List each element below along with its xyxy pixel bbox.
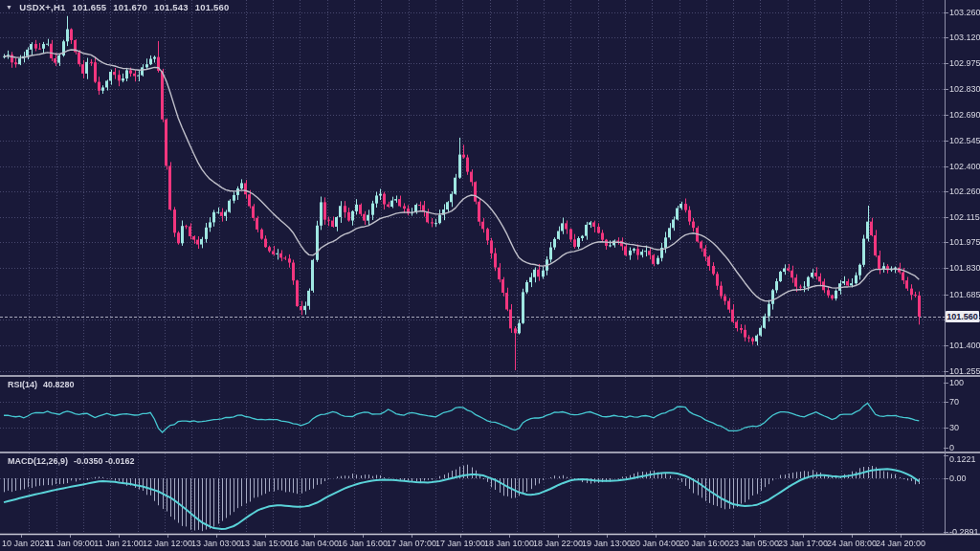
time-axis-label: 11 Jan 09:00 xyxy=(45,539,94,548)
quote-open: 101.655 xyxy=(72,2,106,12)
time-axis-label: 17 Jan 19:00 xyxy=(435,539,485,548)
trading-chart-window: { "header": { "symbol_period": "USDX+,H1… xyxy=(0,0,980,551)
macd-name: MACD(12,26,9) xyxy=(8,456,68,466)
price-axis-label: 102.115 xyxy=(949,212,980,222)
quote-low: 101.543 xyxy=(154,2,189,12)
macd-axis-label: -0.2891 xyxy=(949,527,979,537)
symbol-quote-bar: ▼ USDX+,H1 101.655 101.670 101.543 101.5… xyxy=(6,2,229,12)
rsi-indicator-label: RSI(14) 40.8280 xyxy=(8,380,75,389)
rsi-axis-label: 100 xyxy=(949,378,964,387)
time-axis-label: 19 Jan 13:00 xyxy=(582,539,632,548)
time-axis-label: 10 Jan 2023 xyxy=(2,539,50,548)
time-axis-label: 11 Jan 21:00 xyxy=(94,539,143,548)
time-axis-label: 18 Jan 10:00 xyxy=(484,539,534,548)
time-axis-label: 23 Jan 05:00 xyxy=(729,539,779,548)
price-axis-label: 102.400 xyxy=(949,162,980,171)
time-axis-label: 20 Jan 16:00 xyxy=(679,539,729,548)
current-price-label: 101.560 xyxy=(946,311,979,322)
price-axis-label: 101.400 xyxy=(949,341,980,350)
price-axis-label: 101.255 xyxy=(949,366,980,376)
price-axis-label: 102.975 xyxy=(949,58,980,68)
price-axis-label: 101.975 xyxy=(949,237,980,247)
time-axis-label: 17 Jan 07:00 xyxy=(387,539,436,548)
time-axis-label: 16 Jan 16:00 xyxy=(338,539,388,548)
price-axis-label: 102.690 xyxy=(949,110,980,120)
time-axis-label: 16 Jan 04:00 xyxy=(289,539,339,548)
time-axis-label: 18 Jan 22:00 xyxy=(533,539,583,548)
rsi-name: RSI(14) xyxy=(8,380,37,389)
chart-canvas[interactable] xyxy=(0,0,980,551)
rsi-axis-label: 70 xyxy=(949,397,959,407)
rsi-axis-label: 30 xyxy=(949,423,959,432)
time-axis-label: 13 Jan 03:00 xyxy=(191,539,241,548)
price-axis-label: 103.260 xyxy=(949,8,980,17)
macd-axis-label: 0.1221 xyxy=(949,454,976,464)
time-axis-label: 24 Jan 08:00 xyxy=(827,539,877,548)
price-axis-label: 101.685 xyxy=(949,290,980,299)
time-axis-label: 24 Jan 20:00 xyxy=(876,539,925,548)
time-axis-label: 23 Jan 17:00 xyxy=(778,539,828,548)
price-axis-label: 103.120 xyxy=(949,33,980,42)
chart-menu-icon[interactable]: ▼ xyxy=(6,4,12,11)
time-axis-label: 12 Jan 12:00 xyxy=(143,539,192,548)
macd-axis-label: 0.00 xyxy=(949,474,967,483)
symbol-period: USDX+,H1 xyxy=(19,2,65,12)
macd-values: -0.0350 -0.0162 xyxy=(74,456,135,466)
price-axis-label: 102.260 xyxy=(949,187,980,196)
quote-close: 101.560 xyxy=(195,2,230,12)
price-axis-label: 102.830 xyxy=(949,84,980,94)
macd-indicator-label: MACD(12,26,9) -0.0350 -0.0162 xyxy=(8,456,135,466)
quote-high: 101.670 xyxy=(113,2,147,12)
price-axis-label: 101.830 xyxy=(949,263,980,273)
time-axis-label: 20 Jan 04:00 xyxy=(631,539,680,548)
price-axis-label: 102.545 xyxy=(949,136,980,145)
rsi-value: 40.8280 xyxy=(43,380,75,389)
rsi-axis-label: 0 xyxy=(949,443,954,452)
time-axis-label: 13 Jan 15:00 xyxy=(240,539,290,548)
